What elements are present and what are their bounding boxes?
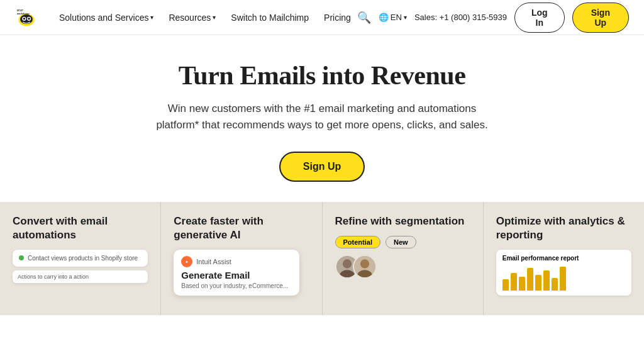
bar-7 (552, 278, 558, 291)
green-dot-icon (19, 255, 24, 260)
bar-3 (519, 277, 525, 291)
navbar: INTUIT mailchimp Solutions and Services … (0, 0, 644, 35)
nav-switch[interactable]: Switch to Mailchimp (225, 9, 315, 26)
search-button[interactable]: 🔍 (357, 11, 371, 25)
segment-avatars (335, 255, 470, 279)
bar-4 (527, 268, 533, 291)
tag-potential: Potential (335, 236, 380, 248)
feature-card-analytics: Optimize with analytics & reporting Emai… (484, 202, 644, 315)
segment-tags: Potential New (335, 236, 470, 248)
feature-title-4: Optimize with analytics & reporting (496, 214, 631, 242)
feature-title-1: Convert with email automations (13, 214, 148, 242)
chevron-down-icon: ▾ (404, 14, 407, 21)
signup-nav-button[interactable]: Sign Up (572, 3, 629, 33)
svg-point-6 (28, 18, 30, 20)
bar-5 (535, 275, 541, 291)
svg-point-15 (360, 259, 369, 268)
bar-8 (560, 267, 566, 291)
feature-title-2: Create faster with generative AI (174, 214, 309, 242)
assist-header: ✦ Intuit Assist (181, 256, 292, 267)
hero-heading: Turn Emails into Revenue (13, 60, 631, 91)
language-selector[interactable]: 🌐 EN ▾ (379, 13, 407, 22)
bar-2 (511, 273, 517, 291)
bar-chart (502, 265, 625, 291)
nav-solutions[interactable]: Solutions and Services ▾ (53, 9, 160, 26)
logo[interactable]: INTUIT mailchimp (15, 6, 38, 29)
nav-right-actions: 🔍 🌐 EN ▾ Sales: +1 (800) 315-5939 Log In… (357, 3, 629, 33)
feature-card-automations: Convert with email automations Contact v… (0, 202, 161, 315)
bar-1 (502, 279, 509, 291)
card1-notification: Contact views products in Shopify store (13, 250, 148, 267)
svg-point-12 (342, 259, 351, 268)
svg-point-4 (23, 18, 26, 20)
hero-subtext: Win new customers with the #1 email mark… (152, 101, 492, 134)
tag-new: New (386, 236, 416, 248)
hero-signup-button[interactable]: Sign Up (279, 152, 365, 182)
avatar-2 (353, 255, 377, 279)
intuit-assist-popup: ✦ Intuit Assist Generate Email Based on … (174, 250, 299, 296)
nav-links: Solutions and Services ▾ Resources ▾ Swi… (53, 9, 357, 26)
svg-text:mailchimp: mailchimp (17, 11, 30, 14)
feature-cards-strip: Convert with email automations Contact v… (0, 202, 644, 315)
hero-section: Turn Emails into Revenue Win new custome… (0, 35, 644, 202)
nav-resources[interactable]: Resources ▾ (162, 9, 222, 26)
feature-title-3: Refine with segmentation (335, 214, 470, 228)
bar-6 (543, 270, 550, 291)
nav-pricing[interactable]: Pricing (318, 9, 357, 26)
globe-icon: 🌐 (379, 13, 389, 22)
analytics-report-card: Email performance report (496, 250, 631, 296)
card1-sub-text: Actions to carry into a action (13, 270, 148, 283)
svg-text:✦: ✦ (185, 260, 189, 264)
feature-card-ai: Create faster with generative AI ✦ Intui… (161, 202, 322, 315)
chevron-down-icon: ▾ (150, 14, 153, 21)
chevron-down-icon: ▾ (213, 14, 216, 21)
sales-phone: Sales: +1 (800) 315-5939 (414, 13, 507, 22)
intuit-assist-icon: ✦ (181, 256, 192, 267)
login-button[interactable]: Log In (514, 3, 565, 33)
feature-card-segmentation: Refine with segmentation Potential New (323, 202, 484, 315)
